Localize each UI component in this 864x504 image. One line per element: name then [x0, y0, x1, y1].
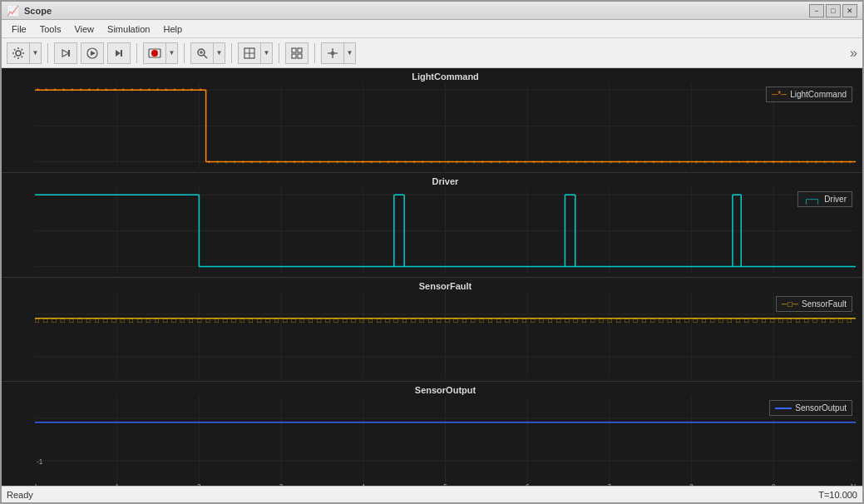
svg-text:*: *: [712, 160, 715, 167]
plot-sensoroutput-canvas: 0 -1: [35, 397, 856, 486]
scale-group: ▼: [238, 42, 273, 64]
svg-text:□: □: [616, 317, 620, 324]
svg-text:□: □: [822, 317, 826, 324]
svg-text:□: □: [702, 317, 706, 324]
svg-text:*: *: [412, 160, 416, 167]
svg-text:1: 1: [115, 483, 119, 486]
svg-text:□: □: [762, 317, 766, 324]
svg-text:□: □: [197, 317, 201, 324]
svg-text:*: *: [190, 87, 194, 95]
sep1: [47, 43, 48, 63]
cursor-button[interactable]: [321, 42, 344, 64]
svg-text:*: *: [268, 160, 271, 167]
svg-text:□: □: [736, 317, 740, 324]
svg-text:□: □: [420, 317, 424, 324]
run-button[interactable]: [81, 42, 104, 64]
svg-text:*: *: [840, 160, 843, 167]
svg-text:□: □: [719, 317, 723, 324]
main-window: 📈 Scope − □ ✕ File Tools View Simulation…: [0, 0, 864, 504]
svg-text:□: □: [163, 317, 167, 324]
svg-text:□: □: [659, 317, 664, 324]
menu-help[interactable]: Help: [156, 22, 189, 36]
zoom-group: ▼: [190, 42, 225, 64]
maximize-button[interactable]: □: [826, 4, 841, 17]
properties-button[interactable]: [285, 42, 309, 64]
plot-driver-legend: ┌─┐ Driver: [797, 191, 852, 207]
svg-text:*: *: [216, 160, 220, 167]
svg-text:*: *: [45, 87, 48, 95]
svg-text:□: □: [95, 317, 99, 324]
scale-button[interactable]: [238, 42, 261, 64]
zoom-button[interactable]: [190, 42, 214, 64]
svg-text:*: *: [738, 160, 741, 167]
sep6: [314, 43, 315, 63]
record-group: ▼: [143, 42, 178, 64]
record-button[interactable]: [143, 42, 166, 64]
svg-text:*: *: [584, 160, 587, 167]
window-title: Scope: [24, 6, 52, 16]
svg-text:*: *: [507, 160, 511, 167]
menu-tools[interactable]: Tools: [33, 22, 68, 36]
svg-text:□: □: [488, 317, 492, 324]
svg-text:*: *: [302, 160, 305, 167]
svg-text:□: □: [189, 317, 193, 324]
cursor-icon: [326, 47, 339, 60]
svg-text:□: □: [462, 317, 467, 324]
svg-text:*: *: [208, 160, 211, 167]
zoom-dropdown[interactable]: ▼: [214, 42, 225, 64]
svg-text:*: *: [635, 160, 639, 167]
svg-text:□: □: [514, 317, 518, 324]
svg-text:□: □: [830, 317, 834, 324]
svg-text:□: □: [650, 317, 654, 324]
svg-text:*: *: [114, 87, 117, 95]
settings-button[interactable]: [7, 42, 30, 64]
menu-file[interactable]: File: [5, 22, 33, 36]
svg-text:□: □: [753, 317, 758, 324]
scale-dropdown[interactable]: ▼: [261, 42, 273, 64]
svg-text:□: □: [35, 317, 39, 324]
svg-text:□: □: [394, 317, 398, 324]
settings-dropdown[interactable]: ▼: [30, 42, 42, 64]
svg-text:*: *: [781, 160, 784, 167]
plot-sensorfault-canvas: 0 -1: [35, 293, 856, 378]
svg-text:*: *: [122, 87, 126, 95]
svg-text:□: □: [454, 317, 458, 324]
svg-text:□: □: [838, 317, 842, 324]
svg-text:□: □: [540, 317, 544, 324]
svg-text:□: □: [300, 317, 304, 324]
svg-text:□: □: [642, 317, 646, 324]
svg-text:*: *: [131, 87, 134, 95]
svg-text:*: *: [37, 87, 40, 95]
plot-lightcommand-legend: ─*─ LightCommand: [766, 86, 852, 102]
svg-text:6: 6: [526, 483, 530, 486]
svg-text:*: *: [422, 160, 425, 167]
stop-button[interactable]: [54, 42, 77, 64]
menu-view[interactable]: View: [67, 22, 101, 36]
svg-line-7: [204, 55, 207, 58]
scale-icon: [243, 47, 256, 60]
stop-icon: [59, 47, 72, 60]
svg-text:*: *: [524, 160, 527, 167]
status-bar: Ready T=10.000: [2, 486, 862, 502]
step-button[interactable]: [107, 42, 131, 64]
svg-text:□: □: [684, 317, 689, 324]
arrow-indicator: »: [850, 46, 857, 61]
record-dropdown[interactable]: ▼: [166, 42, 178, 64]
svg-text:*: *: [276, 160, 279, 167]
svg-text:□: □: [608, 317, 612, 324]
svg-text:*: *: [344, 160, 348, 167]
svg-text:*: *: [293, 160, 296, 167]
svg-text:*: *: [388, 160, 391, 167]
minimize-button[interactable]: −: [809, 4, 824, 17]
svg-text:□: □: [496, 317, 501, 324]
close-button[interactable]: ✕: [842, 4, 857, 17]
svg-text:3: 3: [279, 483, 284, 486]
cursor-dropdown[interactable]: ▼: [344, 42, 356, 64]
svg-text:*: *: [661, 160, 664, 167]
title-bar: 📈 Scope − □ ✕: [2, 2, 862, 20]
svg-text:*: *: [472, 160, 476, 167]
menu-simulation[interactable]: Simulation: [101, 22, 156, 36]
svg-text:*: *: [695, 160, 699, 167]
svg-text:*: *: [592, 160, 595, 167]
svg-text:□: □: [326, 317, 330, 324]
